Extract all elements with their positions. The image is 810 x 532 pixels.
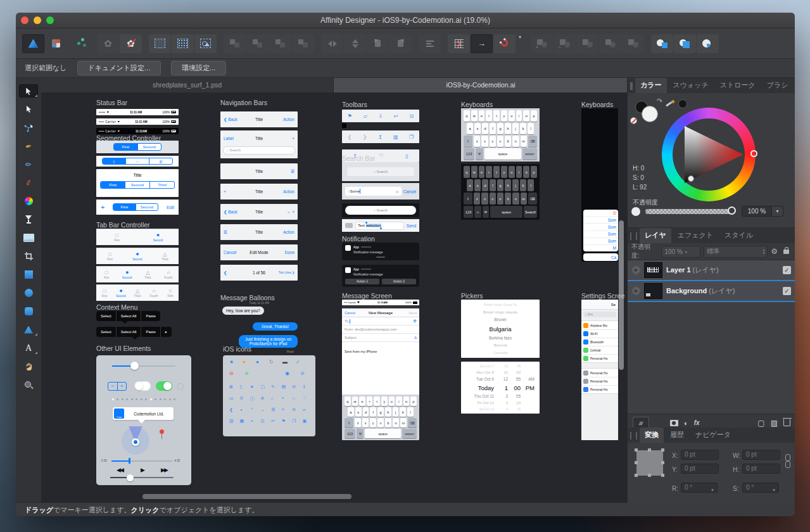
cancel-button[interactable]: Cancel — [345, 311, 361, 315]
key-q[interactable]: q — [464, 166, 470, 178]
key-p[interactable]: p — [410, 396, 417, 406]
fast-forward-button[interactable]: ▶▶ — [161, 467, 167, 473]
heart-icon[interactable]: ♡ — [379, 153, 384, 159]
key-x[interactable]: x — [481, 136, 488, 147]
anchor-handle[interactable] — [661, 474, 664, 477]
segmented-control[interactable]: FirstSecond — [113, 203, 158, 211]
mic-key[interactable]: Ψ — [483, 206, 489, 218]
key-a[interactable]: a — [348, 407, 354, 417]
key-s[interactable]: s — [474, 123, 481, 134]
tab-bar-item[interactable]: △Third — [151, 248, 179, 264]
layer-visibility-checkbox[interactable]: ✓ — [783, 266, 791, 274]
menu-icon[interactable]: ☰ — [271, 407, 275, 412]
context-menu-item[interactable]: Paste — [141, 311, 160, 321]
search-icon[interactable]: ⌕ — [271, 396, 274, 401]
picker-row[interactable]: Bulgaria — [461, 326, 540, 332]
plus-icon[interactable]: + — [282, 396, 284, 400]
notification-action-button[interactable]: Action 1 — [345, 279, 379, 284]
close-button[interactable] — [21, 16, 28, 24]
heart-icon[interactable]: ♡ — [303, 396, 307, 401]
new-layer-icon[interactable]: ▢ — [757, 419, 764, 428]
plus-circle-icon[interactable]: ⊕ — [244, 370, 249, 376]
send-button-disabled[interactable]: Send — [400, 311, 417, 315]
search-field[interactable]: ⌕ Some⊗ — [345, 187, 402, 196]
anchor-handle[interactable] — [635, 474, 638, 477]
swap-colors-icon[interactable]: ↷ — [657, 97, 662, 105]
key-k[interactable]: k — [400, 407, 406, 417]
layer-effects-icon[interactable]: fx — [694, 419, 700, 426]
layer-visibility-checkbox[interactable]: ✓ — [783, 287, 791, 295]
tab-transform[interactable]: 変換 — [640, 428, 664, 443]
context-menu-item[interactable]: Select All — [116, 311, 141, 321]
download-icon[interactable]: ⇩ — [379, 113, 383, 119]
toggle-off[interactable] — [134, 381, 151, 391]
return-key[interactable]: return — [402, 429, 417, 438]
key-e[interactable]: e — [479, 166, 485, 178]
key-k[interactable]: k — [520, 123, 526, 134]
back-icon[interactable]: ❮ — [229, 407, 233, 412]
num-key[interactable]: 123 — [464, 206, 473, 218]
emoji-key[interactable]: ☺ — [474, 206, 481, 218]
key-i[interactable]: i — [516, 166, 522, 178]
shift-key[interactable]: ⇧ — [464, 193, 472, 205]
chat-icon[interactable]: ◖ — [240, 407, 243, 412]
key-f[interactable]: f — [490, 123, 496, 134]
phone-icon[interactable]: ✆ — [240, 396, 244, 401]
pencil-tool[interactable]: ✏ — [19, 158, 38, 171]
edit-button[interactable]: Edit — [167, 205, 174, 210]
key-r[interactable]: r — [486, 110, 492, 122]
shift-key[interactable]: ⇧ — [345, 418, 353, 428]
disclosure-icon[interactable]: ▶ — [632, 287, 640, 295]
add-circle-icon[interactable]: ⊕ — [261, 396, 265, 401]
search-field[interactable]: ⌕ Search — [347, 167, 414, 176]
key-a[interactable]: a — [467, 179, 473, 191]
transparency-tool[interactable] — [19, 213, 38, 226]
mic-key[interactable]: Ψ — [476, 148, 483, 160]
ellipse-tool[interactable] — [19, 286, 38, 300]
document-setup-button[interactable]: ドキュメント設定... — [77, 61, 161, 75]
anchor-handle[interactable] — [635, 448, 638, 452]
action-sheet-cancel[interactable]: Ca — [583, 253, 618, 261]
tab-color[interactable]: カラー — [635, 78, 667, 93]
send-icon[interactable]: ➤ — [250, 384, 254, 390]
action-sheet-item[interactable]: M — [583, 244, 618, 251]
context-menu-item[interactable]: Paste — [141, 327, 160, 337]
nav-right-action[interactable]: Action — [277, 230, 294, 234]
flag-icon[interactable]: ⚑ — [348, 113, 352, 119]
settings-row[interactable]: Cellular — [581, 346, 618, 354]
point-transform-tool[interactable] — [19, 121, 38, 134]
color-tool[interactable] — [19, 194, 38, 208]
segmented-control[interactable]: ▯○○@ — [102, 158, 173, 165]
tab-stroke[interactable]: ストローク — [715, 78, 761, 93]
check-circle-icon[interactable]: ◉ — [285, 370, 289, 376]
nav-left-action[interactable]: Label — [224, 136, 241, 141]
disclosure-icon[interactable]: ▶ — [632, 266, 640, 274]
tab-bar-item[interactable]: □First — [96, 229, 137, 245]
zoom-button[interactable] — [46, 16, 54, 24]
share-icon[interactable]: ↥ — [378, 134, 383, 140]
key-v[interactable]: v — [497, 136, 503, 147]
num-key[interactable]: 123 — [345, 429, 355, 438]
segmented-control[interactable]: FirstSecond — [113, 143, 161, 151]
tab-effects[interactable]: エフェクト — [673, 228, 718, 243]
segment[interactable]: Third — [149, 182, 174, 188]
hand-tool[interactable] — [19, 360, 38, 373]
settings-row[interactable]: Airplane Mo — [581, 321, 618, 329]
book-icon[interactable]: ▥ — [229, 419, 234, 424]
scrub-knob[interactable] — [129, 458, 130, 464]
picker-row[interactable]: Cambodia — [461, 351, 540, 355]
search-field[interactable]: ⌕ Search — [345, 206, 416, 215]
key-m[interactable]: m — [521, 136, 527, 147]
chevron-down-icon[interactable]: ⌄ — [261, 407, 265, 412]
backspace-key[interactable]: ⌫ — [528, 193, 537, 205]
key-t[interactable]: t — [374, 396, 380, 406]
settings-row[interactable]: Personal Ho — [581, 369, 618, 377]
picker-row[interactable]: British Virgin Islands — [461, 310, 540, 314]
triangle-tool[interactable] — [19, 323, 38, 336]
nav-left-action[interactable]: ❮ Back — [224, 210, 241, 215]
tab-bar-item[interactable]: ●Second — [117, 267, 138, 282]
anchor-handle[interactable] — [648, 474, 651, 477]
settings-row[interactable]: Bluetooth — [581, 338, 618, 346]
bell-icon[interactable]: ∆ — [414, 336, 417, 339]
book-icon[interactable]: ▥ — [393, 134, 398, 140]
